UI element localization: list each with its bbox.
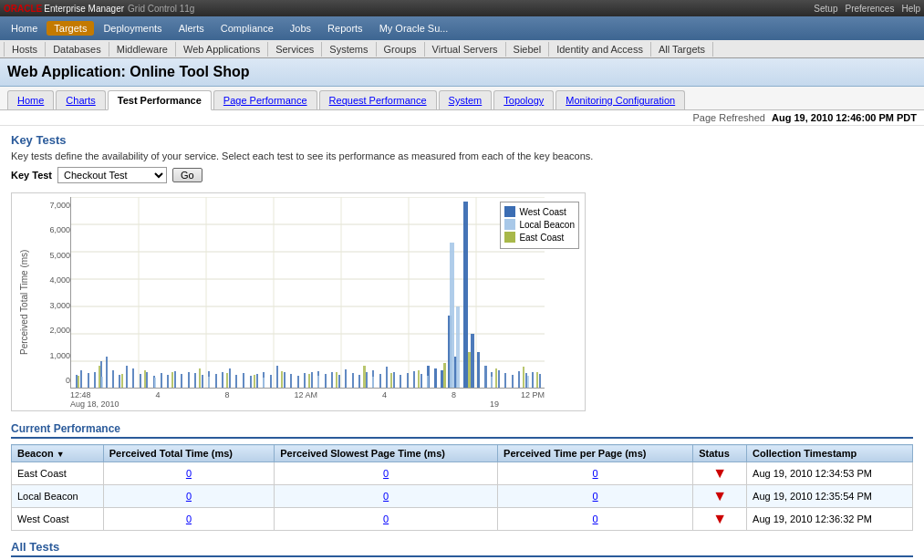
svg-rect-21 xyxy=(126,366,128,389)
svg-rect-50 xyxy=(325,374,327,389)
svg-rect-88 xyxy=(317,376,319,389)
subnav-web-applications[interactable]: Web Applications xyxy=(176,42,268,57)
svg-rect-32 xyxy=(202,375,203,389)
all-tests-title: All Tests xyxy=(11,540,913,557)
svg-rect-73 xyxy=(484,366,487,389)
svg-rect-91 xyxy=(491,377,493,389)
table-row: West Coast 0 0 0 ▼ Aug 19, 2010 12:36:32… xyxy=(12,508,913,531)
svg-rect-87 xyxy=(263,378,265,389)
subnav-middleware[interactable]: Middleware xyxy=(109,42,176,57)
x-label-12pm: 12 PM xyxy=(521,390,545,399)
tab-charts[interactable]: Charts xyxy=(56,90,105,109)
svg-rect-105 xyxy=(390,373,392,389)
row3-beacon: West Coast xyxy=(12,508,104,531)
subnav-all-targets[interactable]: All Targets xyxy=(651,42,713,57)
svg-rect-38 xyxy=(243,373,244,389)
col-beacon[interactable]: Beacon ▼ xyxy=(12,445,104,462)
subnav-groups[interactable]: Groups xyxy=(377,42,425,57)
legend-west-coast-color xyxy=(504,206,515,217)
tab-topology[interactable]: Topology xyxy=(493,90,554,109)
row1-slowest-page[interactable]: 0 xyxy=(275,462,498,485)
svg-rect-26 xyxy=(161,373,162,389)
nav-item-my-oracle[interactable]: My Oracle Su... xyxy=(372,21,456,36)
svg-rect-70 xyxy=(463,202,468,389)
help-link[interactable]: Help xyxy=(901,4,920,14)
subnav-virtual-servers[interactable]: Virtual Servers xyxy=(425,42,506,57)
legend-east-coast-color xyxy=(504,232,515,243)
svg-rect-24 xyxy=(146,372,148,389)
svg-rect-22 xyxy=(132,368,134,389)
row2-time-per-page[interactable]: 0 xyxy=(498,485,693,508)
row1-time-per-page[interactable]: 0 xyxy=(498,462,693,485)
svg-rect-14 xyxy=(80,370,82,389)
svg-rect-72 xyxy=(477,352,480,389)
svg-rect-39 xyxy=(250,376,252,389)
svg-rect-79 xyxy=(525,373,527,389)
col-total-time[interactable]: Perceived Total Time (ms) xyxy=(103,445,274,462)
tab-page-performance[interactable]: Page Performance xyxy=(213,90,317,109)
col-time-per-page[interactable]: Perceived Time per Page (ms) xyxy=(498,445,693,462)
svg-rect-60 xyxy=(393,372,395,389)
svg-rect-47 xyxy=(304,373,306,389)
subnav-siebel[interactable]: Siebel xyxy=(506,42,550,57)
subnav-systems[interactable]: Systems xyxy=(322,42,376,57)
svg-rect-106 xyxy=(418,370,420,389)
svg-rect-54 xyxy=(352,373,354,389)
subnav-hosts[interactable]: Hosts xyxy=(4,42,46,57)
svg-rect-52 xyxy=(338,375,340,389)
table-row: Local Beacon 0 0 0 ▼ Aug 19, 2010 12:35:… xyxy=(12,485,913,508)
nav-item-reports[interactable]: Reports xyxy=(320,21,370,36)
svg-rect-104 xyxy=(363,366,366,389)
svg-rect-107 xyxy=(443,363,446,389)
svg-rect-96 xyxy=(144,370,146,389)
tab-home[interactable]: Home xyxy=(7,90,54,109)
y-tick-3000: 3,000 xyxy=(36,301,70,310)
svg-rect-66 xyxy=(434,368,437,389)
svg-rect-42 xyxy=(270,375,272,389)
svg-rect-62 xyxy=(407,373,409,389)
nav-item-targets[interactable]: Targets xyxy=(47,21,94,36)
row3-total-time[interactable]: 0 xyxy=(103,508,274,531)
key-test-select[interactable]: Checkout Test Home Page Test Search Test xyxy=(57,167,167,183)
row3-slowest-page[interactable]: 0 xyxy=(275,508,498,531)
svg-rect-56 xyxy=(366,372,368,389)
tab-test-performance[interactable]: Test Performance xyxy=(108,90,212,110)
svg-rect-95 xyxy=(121,374,123,389)
grid-control-subtitle: Grid Control 11g xyxy=(128,4,194,14)
row1-total-time[interactable]: 0 xyxy=(103,462,274,485)
subnav-databases[interactable]: Databases xyxy=(46,42,109,57)
svg-rect-89 xyxy=(372,377,374,389)
col-slowest-page[interactable]: Perceived Slowest Page Time (ms) xyxy=(275,445,498,462)
row2-timestamp: Aug 19, 2010 12:35:54 PM xyxy=(747,485,913,508)
tab-system[interactable]: System xyxy=(439,90,493,109)
current-performance-title: Current Performance xyxy=(11,422,913,439)
svg-rect-51 xyxy=(331,372,333,389)
go-button[interactable]: Go xyxy=(172,168,202,182)
nav-item-deployments[interactable]: Deployments xyxy=(96,21,169,36)
col-timestamp[interactable]: Collection Timestamp xyxy=(747,445,913,462)
preferences-link[interactable]: Preferences xyxy=(846,4,895,14)
nav-item-jobs[interactable]: Jobs xyxy=(283,21,318,36)
subnav-identity[interactable]: Identity and Access xyxy=(549,42,651,57)
col-status[interactable]: Status xyxy=(693,445,747,462)
tab-monitoring-config[interactable]: Monitoring Configuration xyxy=(555,90,685,109)
row1-status: ▼ xyxy=(693,462,747,485)
tabs-bar: Home Charts Test Performance Page Perfor… xyxy=(0,87,924,110)
row1-timestamp: Aug 19, 2010 12:34:53 PM xyxy=(747,462,913,485)
setup-link[interactable]: Setup xyxy=(814,4,837,14)
nav-item-compliance[interactable]: Compliance xyxy=(213,21,281,36)
top-bar: ORACLE Enterprise Manager Grid Control 1… xyxy=(0,0,924,16)
nav-item-alerts[interactable]: Alerts xyxy=(171,21,212,36)
svg-rect-98 xyxy=(199,368,201,389)
nav-item-home[interactable]: Home xyxy=(4,21,45,36)
tab-request-performance[interactable]: Request Performance xyxy=(319,90,437,109)
svg-rect-80 xyxy=(532,372,534,389)
svg-rect-99 xyxy=(226,373,228,389)
subnav-services[interactable]: Services xyxy=(268,42,322,57)
row2-slowest-page[interactable]: 0 xyxy=(275,485,498,508)
svg-rect-31 xyxy=(194,373,196,389)
row2-total-time[interactable]: 0 xyxy=(103,485,274,508)
svg-rect-46 xyxy=(297,376,299,389)
x-label-1248: 12:48 xyxy=(70,390,91,399)
row3-time-per-page[interactable]: 0 xyxy=(498,508,693,531)
